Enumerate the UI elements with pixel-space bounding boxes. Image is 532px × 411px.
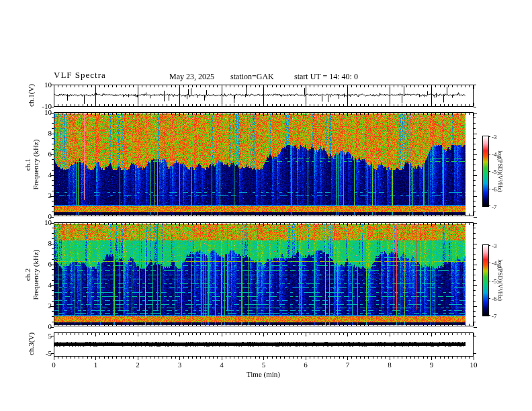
colorbar-ch1 xyxy=(483,136,488,206)
spec2-ytick: 8 xyxy=(36,239,52,247)
ch1-ytick-top: 10 xyxy=(36,81,52,89)
colorbar2-label: log(PSD)(V²/Hz) xyxy=(496,243,504,317)
spec1-ytick: 8 xyxy=(36,129,52,137)
x-tick: 2 xyxy=(128,361,148,369)
ch1-wave-ylabel: ch.1(V) xyxy=(27,75,35,116)
spec2-ytick: 6 xyxy=(36,260,52,268)
spec1-ytick: 4 xyxy=(36,171,52,179)
spectrogram-ch2-panel xyxy=(54,222,474,326)
x-tick: 8 xyxy=(380,361,400,369)
ch3-ytick-bottom: -5 xyxy=(36,349,52,357)
figure-title: VLF Spectra xyxy=(54,71,106,79)
cb2-tick: -4 xyxy=(492,259,497,267)
date-label: May 23, 2025 xyxy=(169,73,214,81)
spec1-ylabel-channel: ch.1 xyxy=(24,114,32,215)
ch3-ytick-top: 5 xyxy=(36,332,52,340)
waveform-ch1-panel xyxy=(54,85,474,107)
x-tick: 7 xyxy=(338,361,358,369)
ch3-wave-ylabel: ch.3(V) xyxy=(27,327,35,361)
x-tick: 9 xyxy=(422,361,442,369)
spec2-ytick: 10 xyxy=(36,218,52,226)
spec2-ytick: 0 xyxy=(36,322,52,330)
xaxis-label: Time (min) xyxy=(230,370,297,378)
cb1-tick: -6 xyxy=(492,185,497,193)
cb1-tick: -4 xyxy=(492,150,497,158)
x-tick: 0 xyxy=(44,361,64,369)
spec2-ytick: 4 xyxy=(36,281,52,289)
start-ut-label: start UT = 14: 40: 0 xyxy=(294,73,358,81)
spec1-ytick: 2 xyxy=(36,191,52,199)
spec2-ylabel-channel: ch.2 xyxy=(24,224,32,325)
station-label: station=GAK xyxy=(230,73,274,81)
spectrogram-ch1-panel xyxy=(54,112,474,216)
cb1-tick: -3 xyxy=(492,133,497,141)
vlf-spectra-figure: VLF Spectra May 23, 2025 station=GAK sta… xyxy=(0,0,532,411)
waveform-ch3-panel xyxy=(54,332,474,357)
x-tick: 6 xyxy=(296,361,316,369)
x-tick: 5 xyxy=(254,361,274,369)
cb2-tick: -3 xyxy=(492,242,497,250)
cb2-tick: -5 xyxy=(492,277,497,285)
cb1-tick: -7 xyxy=(492,203,497,211)
colorbar1-label: log(PSD)(V²/Hz) xyxy=(496,134,504,208)
spec2-ytick: 2 xyxy=(36,302,52,310)
cb2-tick: -7 xyxy=(492,312,497,320)
x-tick: 1 xyxy=(86,361,106,369)
x-tick: 3 xyxy=(170,361,190,369)
colorbar-ch2 xyxy=(483,245,488,316)
x-tick: 10 xyxy=(463,361,484,369)
cb1-tick: -5 xyxy=(492,168,497,176)
spec1-ytick: 6 xyxy=(36,150,52,158)
cb2-tick: -6 xyxy=(492,295,497,303)
spec1-ytick: 10 xyxy=(36,108,52,116)
x-tick: 4 xyxy=(212,361,232,369)
